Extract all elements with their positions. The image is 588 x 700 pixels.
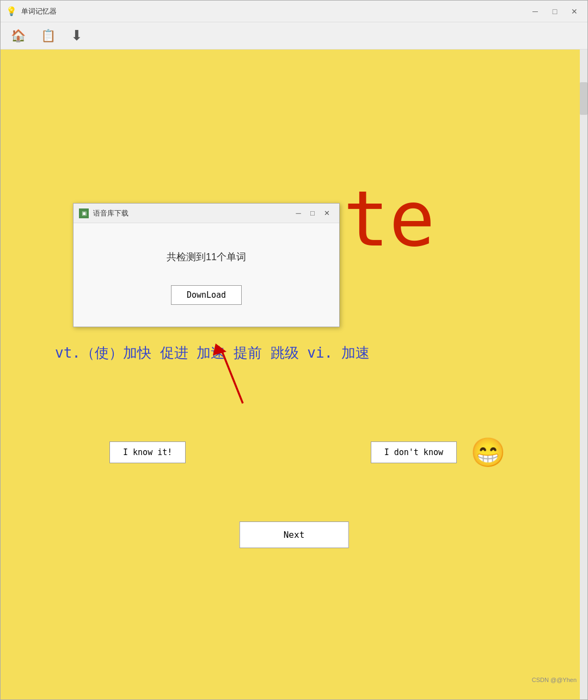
dialog-minimize-button[interactable]: ─: [291, 207, 305, 219]
svg-marker-1: [213, 343, 226, 355]
dialog-close-button[interactable]: ✕: [320, 207, 334, 219]
dialog-body: 共检测到11个单词 DownLoad: [74, 223, 339, 327]
dialog-title-bar: ▣ 语音库下载 ─ □ ✕: [74, 204, 339, 223]
app-icon: 💡: [6, 6, 17, 16]
download-toolbar-button[interactable]: ⬇: [69, 25, 85, 46]
list-button[interactable]: 📋: [39, 27, 58, 45]
title-bar: 💡 单词记忆器 ─ □ ✕: [1, 1, 587, 22]
close-button[interactable]: ✕: [567, 5, 582, 18]
window-controls: ─ □ ✕: [528, 5, 582, 18]
app-title: 单词记忆器: [21, 7, 528, 16]
dialog-download-button[interactable]: DownLoad: [171, 285, 242, 305]
minimize-button[interactable]: ─: [528, 5, 543, 18]
svg-line-0: [221, 349, 243, 403]
dialog-message: 共检测到11个单词: [84, 250, 328, 263]
main-window: 💡 单词记忆器 ─ □ ✕ 🏠 📋 ⬇ te vt.（使）加快 促进 加速 提前…: [0, 0, 588, 700]
toolbar: 🏠 📋 ⬇: [1, 22, 587, 50]
download-dialog: ▣ 语音库下载 ─ □ ✕ 共检测到11个单词 DownLoad: [73, 203, 340, 327]
dialog-app-icon: ▣: [79, 208, 89, 218]
content-area: te vt.（使）加快 促进 加速 提前 跳级 vi. 加速 I know it…: [1, 50, 587, 699]
home-button[interactable]: 🏠: [9, 27, 28, 45]
dialog-title: 语音库下载: [93, 208, 291, 218]
dialog-maximize-button[interactable]: □: [305, 207, 320, 219]
dialog-overlay: ▣ 语音库下载 ─ □ ✕ 共检测到11个单词 DownLoad: [1, 50, 587, 699]
maximize-button[interactable]: □: [547, 5, 562, 18]
red-arrow: [210, 338, 254, 411]
